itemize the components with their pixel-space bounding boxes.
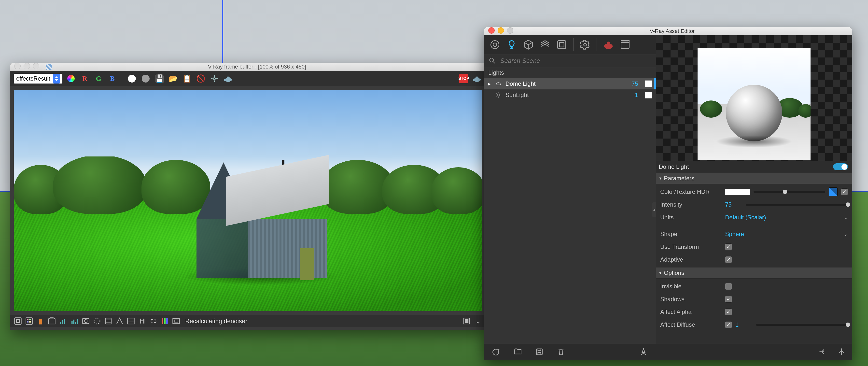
histogram-curve-icon[interactable] bbox=[70, 316, 79, 326]
nav-up-icon[interactable] bbox=[837, 347, 846, 357]
ae-titlebar[interactable]: V-Ray Asset Editor bbox=[484, 27, 852, 35]
svg-rect-35 bbox=[559, 42, 564, 47]
svg-point-41 bbox=[490, 58, 493, 62]
units-dropdown[interactable]: Default (Scalar) ⌄ bbox=[725, 214, 848, 221]
region-render-icon[interactable] bbox=[13, 316, 23, 326]
svg-rect-17 bbox=[73, 319, 75, 324]
color-slider[interactable] bbox=[753, 191, 825, 193]
render-last-teapot-icon[interactable] bbox=[472, 73, 482, 84]
vfb-titlebar[interactable]: V-Ray frame buffer - [100% of 936 x 450] bbox=[10, 63, 486, 71]
color-bars-icon[interactable] bbox=[160, 316, 169, 326]
svg-point-21 bbox=[84, 319, 87, 323]
clear-image-icon[interactable]: 🚫 bbox=[195, 73, 206, 84]
render-interactive-icon[interactable] bbox=[602, 38, 615, 51]
settings-tab-icon[interactable] bbox=[579, 38, 592, 51]
color-swatch[interactable] bbox=[725, 189, 750, 195]
clipboard-icon[interactable]: 📋 bbox=[182, 73, 192, 84]
asset-item-value: 1 bbox=[635, 92, 638, 98]
pixel-aspect-icon[interactable] bbox=[172, 316, 181, 326]
use-transform-checkbox[interactable] bbox=[725, 243, 732, 250]
green-channel-button[interactable]: G bbox=[93, 73, 104, 84]
collapse-left-icon[interactable]: ◂ bbox=[652, 203, 656, 217]
open-image-icon[interactable]: 📂 bbox=[168, 73, 178, 84]
save-asset-icon[interactable] bbox=[534, 347, 544, 357]
shadows-checkbox[interactable] bbox=[725, 296, 732, 303]
intensity-slider[interactable] bbox=[746, 204, 848, 206]
group-parameters[interactable]: ▾ Parameters bbox=[656, 173, 852, 184]
link-pdplayer-icon[interactable] bbox=[149, 316, 158, 326]
nav-back-icon[interactable] bbox=[818, 347, 828, 357]
expand-arrow-icon[interactable]: ▸ bbox=[488, 81, 491, 87]
lens-effects-icon[interactable] bbox=[81, 316, 90, 326]
histogram-levels-icon[interactable] bbox=[58, 316, 68, 326]
asset-item-sunlight[interactable]: SunLight 1 bbox=[484, 89, 656, 101]
textures-tab-icon[interactable] bbox=[555, 38, 568, 51]
svg-rect-25 bbox=[162, 318, 163, 324]
delete-asset-icon[interactable] bbox=[556, 347, 566, 357]
svg-point-36 bbox=[584, 43, 587, 46]
ae-right-footer bbox=[656, 344, 852, 360]
force-color-clamp-icon[interactable]: ▮ bbox=[36, 316, 45, 326]
color-corrections-icon[interactable] bbox=[25, 316, 34, 326]
expand-corrections-icon[interactable]: ⌄ bbox=[473, 316, 483, 326]
group-options[interactable]: ▾ Options bbox=[656, 268, 852, 279]
svg-rect-28 bbox=[173, 318, 180, 324]
texture-button[interactable] bbox=[829, 187, 838, 196]
blue-channel-button[interactable]: B bbox=[107, 73, 117, 84]
row-units: Units Default (Scalar) ⌄ bbox=[656, 211, 852, 224]
mono-channel-icon[interactable] bbox=[141, 73, 151, 84]
search-input[interactable] bbox=[500, 57, 651, 65]
show-vfb-toolbar-icon[interactable] bbox=[462, 316, 471, 326]
purge-unused-icon[interactable] bbox=[639, 347, 648, 357]
window-controls[interactable] bbox=[488, 27, 516, 35]
create-asset-icon[interactable] bbox=[491, 347, 501, 357]
svg-rect-31 bbox=[465, 319, 468, 323]
materials-tab-icon[interactable] bbox=[488, 38, 501, 51]
window-controls[interactable] bbox=[14, 63, 42, 71]
alpha-channel-icon[interactable] bbox=[127, 73, 137, 84]
stop-render-button[interactable]: STOP bbox=[459, 74, 468, 83]
compare-horizontal-icon[interactable] bbox=[126, 316, 135, 326]
render-history-icon[interactable] bbox=[104, 316, 113, 326]
row-color-texture: Color/Texture HDR bbox=[656, 185, 852, 198]
save-image-icon[interactable]: 💾 bbox=[154, 73, 164, 84]
render-viewport[interactable] bbox=[14, 90, 482, 311]
affect-diffuse-value[interactable]: 1 bbox=[735, 321, 752, 328]
stamp-icon[interactable] bbox=[92, 316, 102, 326]
render-teapot-icon[interactable] bbox=[223, 73, 233, 84]
red-channel-button[interactable]: R bbox=[80, 73, 90, 84]
vfb-title-icon bbox=[46, 64, 52, 70]
texture-enable-checkbox[interactable] bbox=[841, 188, 848, 195]
affect-diffuse-slider[interactable] bbox=[756, 324, 848, 326]
disclosure-triangle-icon: ▾ bbox=[659, 270, 661, 276]
asset-item-label: Dome Light bbox=[505, 80, 628, 87]
rgb-channel-icon[interactable] bbox=[66, 73, 76, 84]
intensity-value[interactable]: 75 bbox=[725, 201, 742, 208]
svg-point-42 bbox=[497, 94, 499, 96]
asset-item-swatch[interactable] bbox=[645, 92, 652, 98]
asset-item-swatch[interactable] bbox=[645, 80, 652, 87]
channel-select[interactable]: effectsResult bbox=[14, 74, 62, 84]
import-asset-icon[interactable] bbox=[513, 347, 523, 357]
render-production-icon[interactable] bbox=[618, 38, 632, 51]
affect-diffuse-checkbox[interactable] bbox=[725, 321, 732, 328]
invisible-checkbox[interactable] bbox=[725, 283, 732, 290]
render-elements-tab-icon[interactable] bbox=[538, 38, 552, 51]
lights-tab-icon[interactable] bbox=[505, 38, 518, 51]
asset-enabled-toggle[interactable] bbox=[833, 163, 848, 170]
dropdown-caret-icon[interactable] bbox=[53, 74, 60, 84]
vfb-ab-compare-icon[interactable] bbox=[115, 316, 124, 326]
asset-preview: 1⁄1 bbox=[656, 35, 852, 161]
track-mouse-icon[interactable] bbox=[209, 73, 220, 84]
adaptive-checkbox[interactable] bbox=[725, 256, 732, 263]
preview-image[interactable] bbox=[698, 48, 810, 160]
pixel-info-icon[interactable] bbox=[47, 316, 57, 326]
row-affect-alpha: Affect Alpha bbox=[656, 306, 852, 318]
shape-dropdown[interactable]: Sphere ⌄ bbox=[725, 231, 848, 238]
compare-vertical-icon[interactable]: H bbox=[137, 316, 147, 326]
geometry-tab-icon[interactable] bbox=[522, 38, 535, 51]
affect-alpha-checkbox[interactable] bbox=[725, 308, 732, 315]
asset-item-dome-light[interactable]: ▸ Dome Light 75 bbox=[484, 78, 656, 89]
parameters-block: Color/Texture HDR Intensity 75 Units Def… bbox=[656, 184, 852, 268]
vray-frame-buffer-window: V-Ray frame buffer - [100% of 936 x 450]… bbox=[10, 63, 486, 330]
